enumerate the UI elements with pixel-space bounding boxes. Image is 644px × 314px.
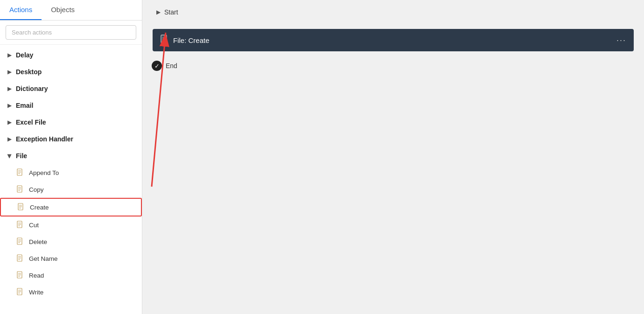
category-exception-label: Exception Handler xyxy=(16,135,73,143)
action-get-name[interactable]: Get Name xyxy=(0,250,142,267)
tab-objects[interactable]: Objects xyxy=(42,0,84,20)
action-delete-label: Delete xyxy=(29,238,47,245)
category-email[interactable]: ▶ Email xyxy=(0,97,142,114)
action-delete[interactable]: Delete xyxy=(0,233,142,250)
action-cut[interactable]: Cut xyxy=(0,216,142,233)
action-block-more-menu[interactable]: ··· xyxy=(616,35,626,45)
action-copy-label: Copy xyxy=(29,186,44,193)
chevron-desktop-icon: ▶ xyxy=(7,69,11,75)
action-create[interactable]: Create xyxy=(0,198,142,216)
action-append-to[interactable]: Append To xyxy=(0,164,142,181)
chevron-delay-icon: ▶ xyxy=(7,52,11,58)
start-arrow-icon: ▶ xyxy=(156,9,161,15)
action-write[interactable]: Write xyxy=(0,284,142,300)
action-block-file-icon xyxy=(160,35,168,46)
file-icon-copy xyxy=(17,185,24,194)
category-dictionary[interactable]: ▶ Dictionary xyxy=(0,80,142,97)
tab-actions[interactable]: Actions xyxy=(0,0,42,20)
start-label: Start xyxy=(164,8,178,16)
action-create-label: Create xyxy=(30,204,49,211)
file-icon-delete xyxy=(17,237,24,246)
category-desktop-label: Desktop xyxy=(16,68,42,76)
category-delay-label: Delay xyxy=(16,51,33,59)
category-file-label: File xyxy=(16,152,27,160)
chevron-email-icon: ▶ xyxy=(7,103,11,109)
category-file[interactable]: ▶ File xyxy=(0,147,142,164)
file-icon-get-name xyxy=(17,254,24,263)
action-write-label: Write xyxy=(29,289,43,296)
chevron-dictionary-icon: ▶ xyxy=(7,86,11,92)
end-node: ✓ End xyxy=(152,61,177,71)
action-cut-label: Cut xyxy=(29,222,39,229)
file-sub-items: Append To Copy C xyxy=(0,164,142,300)
file-icon-append xyxy=(17,168,24,177)
search-container xyxy=(0,21,142,45)
category-dictionary-label: Dictionary xyxy=(16,85,48,92)
end-check-icon: ✓ xyxy=(152,61,162,71)
sidebar-list: ▶ Delay ▶ Desktop ▶ Dictionary ▶ Email ▶… xyxy=(0,45,142,314)
chevron-exception-icon: ▶ xyxy=(7,136,11,142)
action-copy[interactable]: Copy xyxy=(0,181,142,198)
start-node: ▶ Start xyxy=(156,8,178,16)
action-append-to-label: Append To xyxy=(29,169,59,176)
category-desktop[interactable]: ▶ Desktop xyxy=(0,63,142,80)
end-label: End xyxy=(166,62,177,70)
action-block-title: File: Create xyxy=(173,36,616,44)
action-get-name-label: Get Name xyxy=(29,255,58,262)
tabs-bar: Actions Objects xyxy=(0,0,142,21)
chevron-file-icon: ▶ xyxy=(7,154,13,158)
chevron-excel-icon: ▶ xyxy=(7,119,11,126)
main-canvas: ▶ Start File: Create ··· ✓ End xyxy=(142,0,644,314)
file-icon-create xyxy=(18,203,25,211)
search-input[interactable] xyxy=(6,25,136,40)
action-read[interactable]: Read xyxy=(0,267,142,284)
file-icon-cut xyxy=(17,221,24,229)
sidebar: Actions Objects ▶ Delay ▶ Desktop ▶ Dict… xyxy=(0,0,142,314)
category-email-label: Email xyxy=(16,102,33,109)
category-excel-label: Excel File xyxy=(16,119,46,126)
category-excel-file[interactable]: ▶ Excel File xyxy=(0,114,142,131)
action-read-label: Read xyxy=(29,272,44,279)
category-exception-handler[interactable]: ▶ Exception Handler xyxy=(0,131,142,147)
file-icon-write xyxy=(17,288,24,296)
action-block-file-create[interactable]: File: Create ··· xyxy=(153,29,634,51)
file-icon-read xyxy=(17,271,24,279)
svg-line-37 xyxy=(152,33,166,187)
category-delay[interactable]: ▶ Delay xyxy=(0,47,142,63)
